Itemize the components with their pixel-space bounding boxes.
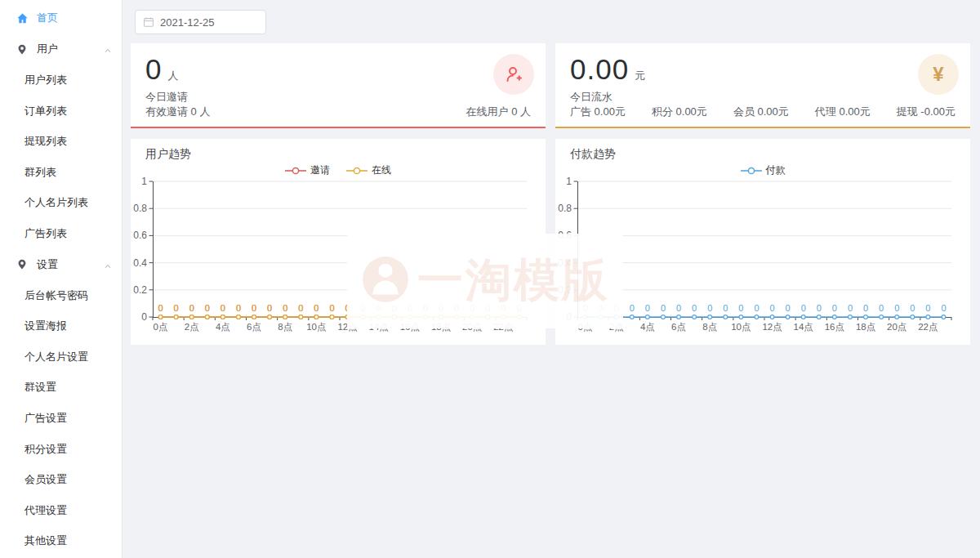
svg-text:0: 0: [738, 303, 743, 313]
stat-value: 0: [145, 53, 162, 86]
svg-text:0.4: 0.4: [558, 257, 572, 269]
svg-text:16点: 16点: [400, 322, 420, 332]
sidebar-group-settings[interactable]: 设置: [0, 249, 122, 280]
stat-card-invites: 0 人 今日邀请 有效邀请 0 人在线用户 0 人: [131, 43, 546, 128]
svg-text:0: 0: [692, 303, 697, 313]
svg-text:0: 0: [894, 303, 899, 313]
svg-text:8点: 8点: [702, 322, 717, 332]
svg-text:0: 0: [848, 303, 853, 313]
svg-text:0: 0: [174, 303, 179, 313]
svg-text:0: 0: [769, 303, 774, 313]
sidebar-submenu-settings: 后台帐号密码设置海报个人名片设置群设置广告设置积分设置会员设置代理设置其他设置: [0, 280, 122, 556]
sidebar-subitem[interactable]: 群列表: [0, 157, 122, 188]
svg-text:0.8: 0.8: [558, 203, 572, 214]
stat-footer-item: 积分 0.00元: [652, 105, 707, 119]
svg-text:12点: 12点: [337, 322, 357, 332]
stat-footer: 有效邀请 0 人在线用户 0 人: [145, 105, 531, 119]
svg-text:0: 0: [267, 303, 272, 313]
chevron-up-icon: [104, 261, 112, 273]
svg-text:0点: 0点: [578, 322, 593, 332]
svg-text:18点: 18点: [431, 322, 451, 332]
sidebar-subitem[interactable]: 积分设置: [0, 434, 122, 465]
svg-text:0: 0: [599, 303, 604, 313]
pin-icon: [16, 258, 29, 271]
svg-text:0: 0: [754, 303, 759, 313]
svg-text:0: 0: [236, 303, 241, 313]
sidebar-subitem[interactable]: 个人名片列表: [0, 187, 122, 218]
sidebar-subitem[interactable]: 代理设置: [0, 495, 122, 526]
svg-text:6点: 6点: [671, 322, 686, 332]
svg-text:0: 0: [707, 303, 712, 313]
svg-text:0点: 0点: [154, 322, 168, 332]
svg-text:12点: 12点: [762, 322, 782, 332]
sidebar: 首页 用户 用户列表订单列表提现列表群列表个人名片列表广告列表 设置 后台帐号密…: [0, 0, 122, 558]
stat-footer: 广告 0.00元积分 0.00元会员 0.00元代理 0.00元提现 -0.00…: [570, 105, 956, 119]
svg-text:0: 0: [516, 303, 521, 313]
svg-text:0: 0: [470, 303, 474, 313]
svg-text:0: 0: [925, 303, 930, 313]
home-icon: [16, 11, 29, 25]
sidebar-subitem[interactable]: 设置海报: [0, 310, 122, 341]
svg-text:16点: 16点: [825, 322, 844, 332]
sidebar-subitem[interactable]: 广告列表: [0, 218, 122, 249]
sidebar-subitem[interactable]: 提现列表: [0, 126, 122, 157]
sidebar-group-label: 用户: [37, 42, 58, 56]
stat-label: 今日流水: [570, 90, 956, 105]
sidebar-subitem[interactable]: 会员设置: [0, 464, 122, 495]
svg-text:0: 0: [408, 303, 412, 313]
sidebar-subitem[interactable]: 用户列表: [0, 65, 122, 96]
pin-icon: [16, 42, 29, 56]
svg-text:0: 0: [676, 303, 681, 313]
svg-text:0: 0: [661, 303, 666, 313]
svg-text:1: 1: [141, 176, 147, 187]
svg-text:0: 0: [141, 311, 147, 323]
svg-text:0: 0: [941, 303, 946, 313]
svg-text:0: 0: [879, 303, 884, 313]
date-picker-input[interactable]: 2021-12-25: [135, 10, 266, 34]
sidebar-subitem[interactable]: 后台帐号密码: [0, 280, 122, 311]
svg-text:0: 0: [314, 303, 318, 313]
sidebar-subitem[interactable]: 其他设置: [0, 525, 122, 556]
svg-text:0: 0: [220, 303, 225, 313]
chart-plot: 00.20.40.60.810点2点4点6点8点10点12点14点16点18点2…: [555, 139, 970, 345]
sidebar-submenu-users: 用户列表订单列表提现列表群列表个人名片列表广告列表: [0, 65, 122, 249]
svg-text:0: 0: [376, 303, 381, 313]
svg-text:8点: 8点: [278, 322, 292, 332]
chart-card-payment-trend: 付款趋势 付款00.20.40.60.810点2点4点6点8点10点12点14点…: [555, 139, 970, 345]
user-add-icon: [493, 54, 534, 95]
sidebar-subitem[interactable]: 群设置: [0, 372, 122, 403]
stat-footer-item: 代理 0.00元: [815, 105, 871, 119]
sidebar-item-home[interactable]: 首页: [0, 2, 122, 33]
yen-icon: ¥: [918, 54, 959, 95]
svg-text:0: 0: [832, 303, 837, 313]
date-value: 2021-12-25: [160, 16, 215, 29]
svg-text:0: 0: [582, 303, 587, 313]
svg-text:0: 0: [361, 303, 366, 313]
svg-text:1: 1: [566, 176, 572, 187]
chart-card-user-trend: 用户趋势 邀请在线00.20.40.60.810点2点4点6点8点10点12点1…: [131, 139, 546, 345]
svg-text:0: 0: [786, 303, 791, 313]
stat-footer-item: 有效邀请 0 人: [145, 105, 210, 119]
stat-card-revenue: 0.00 元 今日流水 ¥ 广告 0.00元积分 0.00元会员 0.00元代理…: [555, 43, 970, 128]
svg-text:4点: 4点: [640, 322, 655, 332]
svg-text:20点: 20点: [887, 322, 906, 332]
sidebar-subitem[interactable]: 订单列表: [0, 96, 122, 127]
chart-plot: 00.20.40.60.810点2点4点6点8点10点12点14点16点18点2…: [131, 139, 546, 345]
stat-footer-item: 会员 0.00元: [733, 105, 789, 119]
svg-text:6点: 6点: [247, 322, 261, 332]
stat-label: 今日邀请: [145, 90, 531, 105]
svg-text:0: 0: [189, 303, 194, 313]
svg-text:0: 0: [910, 303, 915, 313]
svg-text:0: 0: [454, 303, 459, 313]
stat-unit: 元: [635, 69, 645, 83]
svg-text:0.6: 0.6: [558, 230, 572, 241]
svg-text:14点: 14点: [794, 322, 813, 332]
svg-text:0.6: 0.6: [133, 230, 147, 241]
sidebar-subitem[interactable]: 个人名片设置: [0, 341, 122, 373]
sidebar-subitem[interactable]: 广告设置: [0, 403, 122, 434]
sidebar-group-label: 设置: [37, 257, 58, 272]
sidebar-group-users[interactable]: 用户: [0, 33, 122, 65]
svg-text:0.2: 0.2: [558, 284, 572, 296]
svg-text:0: 0: [158, 303, 163, 313]
svg-text:0.4: 0.4: [133, 257, 147, 269]
